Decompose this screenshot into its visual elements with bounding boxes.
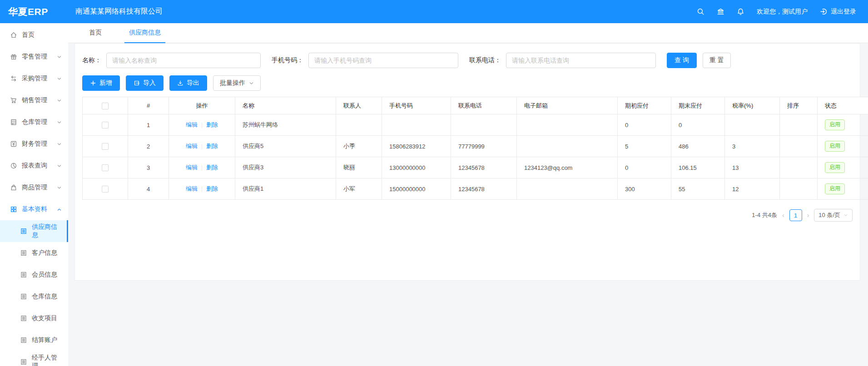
chevron-down-icon xyxy=(57,163,62,168)
delete-link[interactable]: 删除 xyxy=(206,121,218,128)
sidebar-item-经手人管理[interactable]: 经手人管理 xyxy=(0,351,68,366)
tax-rate-cell xyxy=(725,114,780,136)
sidebar-item-label: 销售管理 xyxy=(22,96,47,104)
bell-icon[interactable] xyxy=(737,8,744,15)
sidebar-item-供应商信息[interactable]: 供应商信息 xyxy=(0,220,68,242)
row-actions: 编辑删除 xyxy=(169,157,235,178)
supplier-name-cell: 供应商5 xyxy=(235,136,336,157)
telephone-cell: 77779999 xyxy=(451,136,517,157)
chevron-down-icon xyxy=(843,213,848,218)
sidebar-item-报表查询[interactable]: 报表查询 xyxy=(0,155,68,177)
tab-供应商信息[interactable]: 供应商信息 xyxy=(124,29,165,43)
delete-link[interactable]: 删除 xyxy=(206,164,218,171)
sidebar-item-仓库管理[interactable]: 仓库管理 xyxy=(0,111,68,133)
sidebar-item-仓库信息[interactable]: 仓库信息 xyxy=(0,286,68,307)
batch-actions-button[interactable]: 批量操作 xyxy=(213,75,261,91)
sidebar-item-财务管理[interactable]: 财务管理 xyxy=(0,133,68,155)
end-payable-cell: 106.15 xyxy=(671,157,725,178)
row-checkbox[interactable] xyxy=(102,164,109,171)
content-card: 名称：手机号码：联系电话： 查 询 重 置 新增 导入 导出 批量 xyxy=(74,43,860,281)
sidebar-item-基本资料[interactable]: 基本资料 xyxy=(0,198,68,220)
search-icon[interactable] xyxy=(697,8,704,15)
action-divider xyxy=(202,187,202,192)
filter-input-0[interactable] xyxy=(106,53,261,68)
row-actions: 编辑删除 xyxy=(169,178,235,200)
import-button[interactable]: 导入 xyxy=(126,75,164,91)
supplier-name-cell: 供应商3 xyxy=(235,157,336,178)
sidebar-item-客户信息[interactable]: 客户信息 xyxy=(0,242,68,264)
doc-icon xyxy=(20,336,27,344)
status-badge[interactable]: 启用 xyxy=(825,141,845,152)
email-cell xyxy=(517,178,618,200)
edit-link[interactable]: 编辑 xyxy=(186,121,198,128)
tab-bar: 首页供应商信息 xyxy=(68,23,868,43)
cart-icon xyxy=(10,97,17,104)
add-label: 新增 xyxy=(99,79,112,87)
page-size-value: 10 条/页 xyxy=(818,211,840,219)
sidebar-item-label: 零售管理 xyxy=(22,53,47,61)
status-badge[interactable]: 启用 xyxy=(825,162,845,173)
status-badge[interactable]: 启用 xyxy=(825,119,845,130)
row-checkbox[interactable] xyxy=(102,122,109,129)
column-header: # xyxy=(128,97,169,114)
pagination-total: 1-4 共4条 xyxy=(752,211,777,219)
current-page[interactable]: 1 xyxy=(789,209,802,221)
sidebar-item-销售管理[interactable]: 销售管理 xyxy=(0,89,68,111)
sidebar-item-会员信息[interactable]: 会员信息 xyxy=(0,264,68,286)
row-checkbox[interactable] xyxy=(102,186,109,193)
platform-icon[interactable] xyxy=(717,8,724,15)
row-index: 3 xyxy=(128,157,169,178)
edit-link[interactable]: 编辑 xyxy=(186,143,198,149)
chevron-down-icon xyxy=(57,185,62,190)
sidebar-item-结算账户[interactable]: 结算账户 xyxy=(0,329,68,351)
sidebar-item-收支项目[interactable]: 收支项目 xyxy=(0,307,68,329)
doc-icon xyxy=(20,293,27,300)
toolbar: 新增 导入 导出 批量操作 xyxy=(82,75,853,91)
sidebar-item-零售管理[interactable]: 零售管理 xyxy=(0,46,68,68)
row-select-cell xyxy=(83,136,128,157)
end-payable-cell: 55 xyxy=(671,178,725,200)
action-divider xyxy=(202,123,202,128)
begin-payable-cell: 300 xyxy=(618,178,671,200)
search-button[interactable]: 查 询 xyxy=(667,53,697,68)
column-header: 电子邮箱 xyxy=(517,97,618,114)
tab-首页[interactable]: 首页 xyxy=(84,29,106,43)
reset-button[interactable]: 重 置 xyxy=(703,53,731,68)
sidebar-item-首页[interactable]: 首页 xyxy=(0,24,68,46)
doc-icon xyxy=(20,358,27,366)
filter-label: 联系电话： xyxy=(469,56,501,64)
column-header: 联系电话 xyxy=(451,97,517,114)
end-payable-cell: 486 xyxy=(671,136,725,157)
select-all-header-cell xyxy=(83,97,128,114)
row-actions: 编辑删除 xyxy=(169,136,235,157)
export-icon xyxy=(177,80,184,86)
plus-icon xyxy=(90,80,96,86)
export-button[interactable]: 导出 xyxy=(169,75,207,91)
add-button[interactable]: 新增 xyxy=(82,75,120,91)
select-all-checkbox[interactable] xyxy=(102,103,109,109)
page-size-select[interactable]: 10 条/页 xyxy=(814,209,853,222)
filter-group: 手机号码： xyxy=(272,53,458,68)
sidebar-item-商品管理[interactable]: 商品管理 xyxy=(0,177,68,198)
row-checkbox[interactable] xyxy=(102,143,109,150)
telephone-cell: 12345678 xyxy=(451,157,517,178)
sort-order-cell xyxy=(780,114,818,136)
status-cell: 启用 xyxy=(818,114,868,136)
prev-page-button[interactable]: ‹ xyxy=(782,212,784,219)
filter-input-2[interactable] xyxy=(506,53,656,68)
delete-link[interactable]: 删除 xyxy=(206,143,218,149)
tax-rate-cell: 12 xyxy=(725,178,780,200)
status-badge[interactable]: 启用 xyxy=(825,183,845,194)
delete-link[interactable]: 删除 xyxy=(206,185,218,192)
sort-order-cell xyxy=(780,178,818,200)
sidebar-item-采购管理[interactable]: 采购管理 xyxy=(0,68,68,89)
filter-input-1[interactable] xyxy=(308,53,458,68)
edit-link[interactable]: 编辑 xyxy=(186,185,198,192)
row-select-cell xyxy=(83,114,128,136)
column-header: 税率(%) xyxy=(725,97,780,114)
next-page-button[interactable]: › xyxy=(807,212,809,219)
logout-button[interactable]: 退出登录 xyxy=(820,8,856,16)
sidebar-item-label: 收支项目 xyxy=(32,314,57,322)
telephone-cell: 12345678 xyxy=(451,178,517,200)
edit-link[interactable]: 编辑 xyxy=(186,164,198,171)
